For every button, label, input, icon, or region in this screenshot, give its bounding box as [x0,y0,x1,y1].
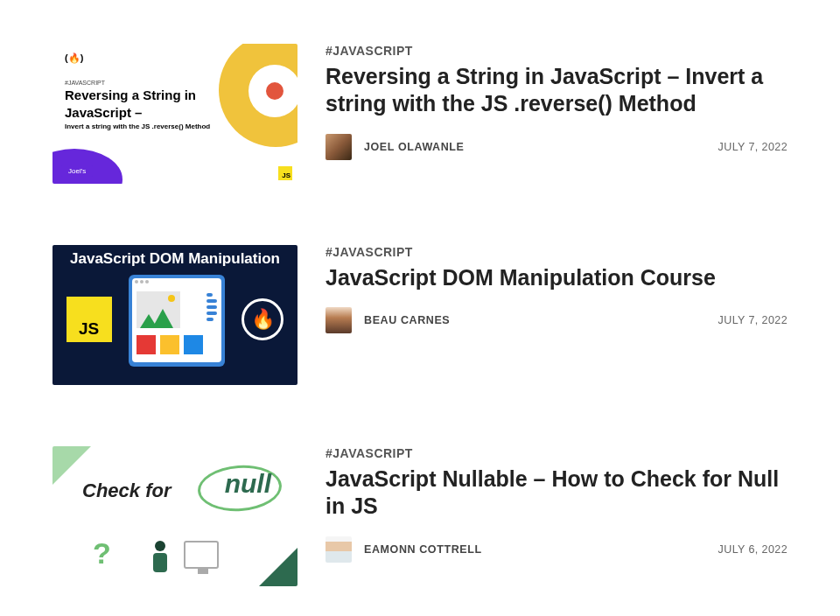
article-card: (🔥) #JAVASCRIPT Reversing a String in Ja… [52,44,788,184]
js-icon: JS [278,166,292,180]
author-avatar [326,307,352,333]
category-tag[interactable]: #JAVASCRIPT [326,245,788,259]
publish-date: JULY 6, 2022 [718,543,788,556]
window-graphic [129,275,225,367]
thumb-null: null [225,469,271,499]
article-content: #JAVASCRIPT JavaScript Nullable – How to… [326,446,788,586]
person-graphic [149,541,172,574]
author-name: EAMONN COTTRELL [364,543,482,556]
author-name: JOEL OLAWANLE [364,141,465,153]
author-avatar [326,536,352,563]
author-link[interactable]: JOEL OLAWANLE [326,134,465,160]
author-link[interactable]: BEAU CARNES [326,307,450,333]
article-card: Check for null ? #JAVASCRIPT JavaScript … [52,446,788,586]
author-link[interactable]: EAMONN COTTRELL [326,536,482,563]
window-titlebar [132,278,221,287]
article-thumbnail[interactable]: (🔥) #JAVASCRIPT Reversing a String in Ja… [52,44,298,184]
article-title[interactable]: JavaScript DOM Manipulation Course [326,264,788,291]
article-thumbnail[interactable]: JavaScript DOM Manipulation JS [52,245,298,385]
decor-triangle [259,548,298,586]
window-body [132,287,221,362]
decor-dot [266,82,284,100]
monitor-graphic [184,541,219,569]
color-squares [136,335,203,354]
article-title[interactable]: JavaScript Nullable – How to Check for N… [326,466,788,521]
article-content: #JAVASCRIPT JavaScript DOM Manipulation … [326,245,788,385]
publish-date: JULY 7, 2022 [718,314,788,326]
freecodecamp-icon: 🔥 [242,298,284,340]
thumb-row: JS [52,271,298,367]
article-card: JavaScript DOM Manipulation JS [52,245,788,385]
thumb-text: Check for [82,480,171,502]
article-meta: EAMONN COTTRELL JULY 6, 2022 [326,536,788,563]
image-graphic [136,291,180,328]
article-meta: BEAU CARNES JULY 7, 2022 [326,307,788,333]
article-meta: JOEL OLAWANLE JULY 7, 2022 [326,134,788,160]
category-tag[interactable]: #JAVASCRIPT [326,44,788,58]
author-name: BEAU CARNES [364,314,450,326]
text-lines [206,291,217,358]
question-mark-icon: ? [93,536,111,570]
article-title[interactable]: Reversing a String in JavaScript – Inver… [326,63,788,118]
thumb-heading: JavaScript DOM Manipulation [52,245,298,271]
category-tag[interactable]: #JAVASCRIPT [326,446,788,460]
article-content: #JAVASCRIPT Reversing a String in JavaSc… [326,44,788,184]
article-thumbnail[interactable]: Check for null ? [52,446,298,586]
publish-date: JULY 7, 2022 [718,141,788,153]
author-avatar [326,134,352,160]
thumb-badge: Joel's [61,165,93,177]
js-icon: JS [66,297,112,342]
